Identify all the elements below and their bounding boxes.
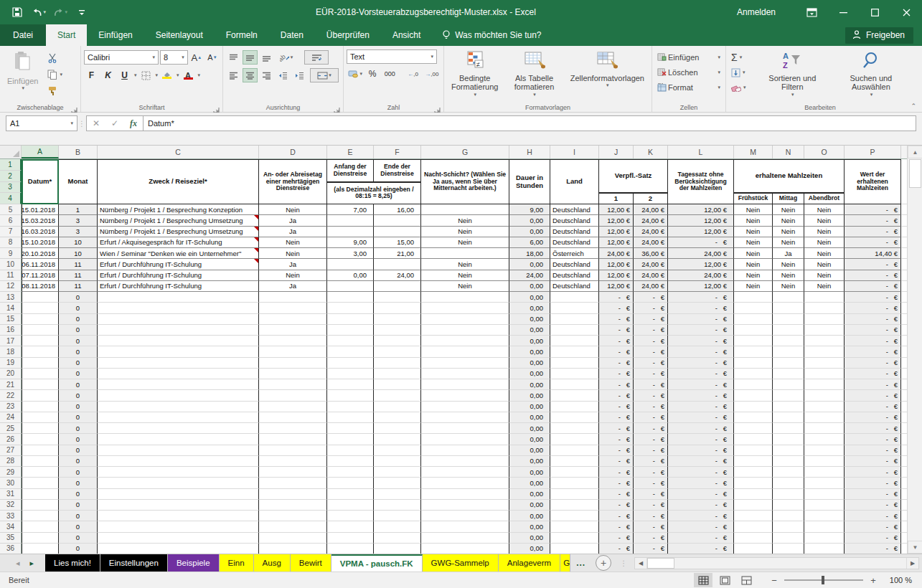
align-bottom-icon[interactable] — [259, 50, 274, 65]
cell-C21[interactable] — [98, 379, 259, 390]
comma-style-button[interactable]: 000 — [381, 67, 398, 81]
row-header-30[interactable]: 30 — [0, 478, 22, 488]
cell-B17[interactable]: 0 — [59, 336, 98, 346]
cell-D10[interactable]: Ja — [259, 259, 327, 270]
cell-C32[interactable] — [98, 500, 259, 511]
cell-A9[interactable]: 20.10.2018 — [22, 248, 59, 259]
cell-O18[interactable] — [804, 346, 845, 357]
cell-M14[interactable] — [734, 303, 773, 313]
cell-N32[interactable] — [773, 500, 804, 511]
row-header-36[interactable]: 36 — [0, 544, 22, 554]
cell-N18[interactable] — [773, 346, 804, 357]
cell-D27[interactable] — [259, 445, 327, 456]
cell-J9[interactable]: 24,00 € — [599, 248, 634, 259]
cell-E34[interactable] — [327, 521, 374, 532]
cell-P14[interactable]: - € — [845, 303, 901, 313]
cell-H8[interactable]: 6,00 — [509, 237, 550, 248]
header-cell-dauer[interactable]: Dauer in Stunden — [509, 159, 550, 204]
cell-I26[interactable] — [550, 434, 599, 445]
cell-H5[interactable]: 9,00 — [509, 204, 550, 215]
cell-E19[interactable] — [327, 358, 374, 369]
cell-H25[interactable]: 0,00 — [509, 423, 550, 434]
cell-I10[interactable]: Deutschland — [550, 259, 599, 270]
cell-I7[interactable]: Deutschland — [550, 227, 599, 237]
cell-K21[interactable]: - € — [634, 379, 668, 390]
normal-view-icon[interactable] — [694, 573, 712, 587]
cell-J15[interactable]: - € — [599, 314, 634, 325]
customize-qat-icon[interactable] — [75, 5, 89, 19]
cell-F33[interactable] — [374, 511, 421, 521]
cell-L36[interactable]: - € — [668, 544, 734, 554]
tell-me-box[interactable]: Was möchten Sie tun? — [432, 24, 541, 46]
sign-in-link[interactable]: Anmelden — [737, 7, 776, 17]
cell-K20[interactable]: - € — [634, 369, 668, 379]
cell-P25[interactable]: - € — [845, 423, 901, 434]
cell-E22[interactable] — [327, 390, 374, 401]
cells-delete-button[interactable]: Löschen ▾ — [655, 65, 723, 80]
cell-D12[interactable]: Ja — [259, 281, 327, 292]
share-button[interactable]: Freigeben — [845, 27, 913, 44]
header-cell-monat[interactable]: Monat — [59, 159, 98, 204]
cell-A23[interactable] — [22, 402, 59, 412]
cell-O29[interactable] — [804, 467, 845, 478]
cell-H23[interactable]: 0,00 — [509, 402, 550, 412]
cell-M12[interactable]: Nein — [734, 281, 773, 292]
cell-G32[interactable] — [421, 500, 509, 511]
cell-K8[interactable]: 24,00 € — [634, 237, 668, 248]
tab-formeln[interactable]: Formeln — [215, 24, 269, 46]
scroll-down-icon[interactable]: ▼ — [908, 541, 922, 554]
underline-button[interactable]: U — [117, 68, 132, 82]
row-header-5[interactable]: 5 — [0, 204, 22, 215]
cell-B9[interactable]: 10 — [59, 248, 98, 259]
cell-N15[interactable] — [773, 314, 804, 325]
vertical-scroll-thumb[interactable] — [909, 159, 921, 188]
cell-A30[interactable] — [22, 478, 59, 488]
cell-L6[interactable]: 12,00 € — [668, 215, 734, 226]
cell-E31[interactable] — [327, 489, 374, 500]
fill-color-button[interactable] — [159, 68, 174, 82]
cell-E17[interactable] — [327, 336, 374, 346]
cell-G19[interactable] — [421, 358, 509, 369]
autosum-button[interactable]: Σ▾ — [729, 50, 754, 65]
cell-D11[interactable]: Nein — [259, 270, 327, 281]
cell-P20[interactable]: - € — [845, 369, 901, 379]
cell-B32[interactable]: 0 — [59, 500, 98, 511]
cell-O22[interactable] — [804, 390, 845, 401]
cell-A10[interactable]: 06.11.2018 — [22, 259, 59, 270]
cell-M23[interactable] — [734, 402, 773, 412]
page-break-view-icon[interactable] — [737, 573, 756, 587]
cell-O14[interactable] — [804, 303, 845, 313]
cell-J33[interactable]: - € — [599, 511, 634, 521]
cell-I14[interactable] — [550, 303, 599, 313]
cell-N28[interactable] — [773, 456, 804, 467]
cell-G36[interactable] — [421, 544, 509, 554]
cell-E6[interactable] — [327, 215, 374, 226]
undo-icon[interactable]: ▾ — [32, 5, 46, 19]
cell-E16[interactable] — [327, 325, 374, 336]
column-header-H[interactable]: H — [509, 146, 550, 158]
cell-G16[interactable] — [421, 325, 509, 336]
row-header-13[interactable]: 13 — [0, 292, 22, 303]
cell-P23[interactable]: - € — [845, 402, 901, 412]
cell-C5[interactable]: Nürnberg / Projekt 1 / Besprechung Konze… — [98, 204, 259, 215]
cell-H36[interactable]: 0,00 — [509, 544, 550, 554]
cell-K29[interactable]: - € — [634, 467, 668, 478]
cell-D8[interactable]: Nein — [259, 237, 327, 248]
cell-C31[interactable] — [98, 489, 259, 500]
cell-K25[interactable]: - € — [634, 423, 668, 434]
row-header-10[interactable]: 10 — [0, 259, 22, 270]
cell-B30[interactable]: 0 — [59, 478, 98, 488]
cell-O9[interactable]: Nein — [804, 248, 845, 259]
cell-C10[interactable]: Erfurt / Durchführung IT-Schulung — [98, 259, 259, 270]
cell-E30[interactable] — [327, 478, 374, 488]
cell-E32[interactable] — [327, 500, 374, 511]
header-cell-ende[interactable]: Ende der Dienstreise — [374, 159, 421, 182]
cell-C11[interactable]: Erfurt / Durchführung IT-Schulung — [98, 270, 259, 281]
conditional-formatting-button[interactable]: ≠ Bedingte Formatierung ▾ — [447, 48, 502, 100]
cell-H22[interactable]: 0,00 — [509, 390, 550, 401]
cell-N35[interactable] — [773, 533, 804, 544]
cell-B28[interactable]: 0 — [59, 456, 98, 467]
cell-O13[interactable] — [804, 292, 845, 303]
cell-G27[interactable] — [421, 445, 509, 456]
cell-O10[interactable]: Nein — [804, 259, 845, 270]
